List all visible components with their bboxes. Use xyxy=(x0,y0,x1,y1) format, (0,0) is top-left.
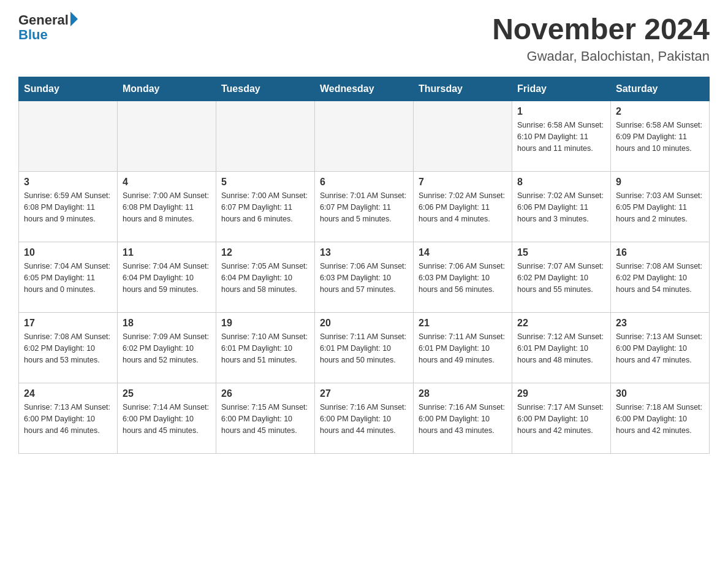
day-info: Sunrise: 7:11 AM Sunset: 6:01 PM Dayligh… xyxy=(320,331,408,366)
day-number: 26 xyxy=(221,388,309,399)
day-info: Sunrise: 6:59 AM Sunset: 6:08 PM Dayligh… xyxy=(24,190,112,224)
calendar-week-3: 10Sunrise: 7:04 AM Sunset: 6:05 PM Dayli… xyxy=(19,242,710,313)
calendar-cell: 15Sunrise: 7:07 AM Sunset: 6:02 PM Dayli… xyxy=(512,242,611,313)
calendar-cell: 25Sunrise: 7:14 AM Sunset: 6:00 PM Dayli… xyxy=(118,383,216,454)
day-info: Sunrise: 7:11 AM Sunset: 6:01 PM Dayligh… xyxy=(419,331,507,366)
day-number: 17 xyxy=(24,318,112,329)
calendar-subtitle: Gwadar, Balochistan, Pakistan xyxy=(492,48,710,64)
day-number: 27 xyxy=(320,388,408,399)
day-info: Sunrise: 7:17 AM Sunset: 6:00 PM Dayligh… xyxy=(517,402,605,436)
calendar-cell: 12Sunrise: 7:05 AM Sunset: 6:04 PM Dayli… xyxy=(216,242,315,313)
day-number: 11 xyxy=(123,247,211,258)
logo-general-text: General xyxy=(18,12,69,28)
day-info: Sunrise: 7:08 AM Sunset: 6:02 PM Dayligh… xyxy=(616,261,704,295)
day-number: 23 xyxy=(616,318,704,329)
calendar-week-5: 24Sunrise: 7:13 AM Sunset: 6:00 PM Dayli… xyxy=(19,383,710,454)
calendar-cell: 5Sunrise: 7:00 AM Sunset: 6:07 PM Daylig… xyxy=(216,172,315,242)
day-info: Sunrise: 6:58 AM Sunset: 6:10 PM Dayligh… xyxy=(517,120,605,154)
day-info: Sunrise: 7:09 AM Sunset: 6:02 PM Dayligh… xyxy=(123,331,211,366)
day-info: Sunrise: 7:03 AM Sunset: 6:05 PM Dayligh… xyxy=(616,190,704,224)
day-number: 12 xyxy=(221,247,309,258)
calendar-cell: 8Sunrise: 7:02 AM Sunset: 6:06 PM Daylig… xyxy=(512,172,611,242)
day-number: 22 xyxy=(517,318,605,329)
day-number: 25 xyxy=(123,388,211,399)
calendar-cell: 23Sunrise: 7:13 AM Sunset: 6:00 PM Dayli… xyxy=(611,313,710,383)
day-header-sunday: Sunday xyxy=(19,77,118,101)
day-info: Sunrise: 7:08 AM Sunset: 6:02 PM Dayligh… xyxy=(24,331,112,366)
calendar-cell: 18Sunrise: 7:09 AM Sunset: 6:02 PM Dayli… xyxy=(118,313,216,383)
day-info: Sunrise: 7:02 AM Sunset: 6:06 PM Dayligh… xyxy=(517,190,605,224)
calendar-table: SundayMondayTuesdayWednesdayThursdayFrid… xyxy=(18,77,710,454)
calendar-cell: 4Sunrise: 7:00 AM Sunset: 6:08 PM Daylig… xyxy=(118,172,216,242)
day-number: 4 xyxy=(123,177,211,188)
day-info: Sunrise: 7:05 AM Sunset: 6:04 PM Dayligh… xyxy=(221,261,309,295)
calendar-cell xyxy=(414,101,512,172)
day-number: 13 xyxy=(320,247,408,258)
calendar-cell: 9Sunrise: 7:03 AM Sunset: 6:05 PM Daylig… xyxy=(611,172,710,242)
day-number: 21 xyxy=(419,318,507,329)
calendar-cell: 21Sunrise: 7:11 AM Sunset: 6:01 PM Dayli… xyxy=(414,313,512,383)
day-info: Sunrise: 7:07 AM Sunset: 6:02 PM Dayligh… xyxy=(517,261,605,295)
calendar-cell: 17Sunrise: 7:08 AM Sunset: 6:02 PM Dayli… xyxy=(19,313,118,383)
day-number: 28 xyxy=(419,388,507,399)
calendar-cell xyxy=(118,101,216,172)
day-info: Sunrise: 7:06 AM Sunset: 6:03 PM Dayligh… xyxy=(419,261,507,295)
day-info: Sunrise: 7:14 AM Sunset: 6:00 PM Dayligh… xyxy=(123,402,211,436)
calendar-cell xyxy=(315,101,414,172)
day-number: 3 xyxy=(24,177,112,188)
day-info: Sunrise: 7:10 AM Sunset: 6:01 PM Dayligh… xyxy=(221,331,309,366)
day-info: Sunrise: 7:16 AM Sunset: 6:00 PM Dayligh… xyxy=(320,402,408,436)
day-info: Sunrise: 7:01 AM Sunset: 6:07 PM Dayligh… xyxy=(320,190,408,224)
day-info: Sunrise: 7:04 AM Sunset: 6:04 PM Dayligh… xyxy=(123,261,211,295)
day-number: 20 xyxy=(320,318,408,329)
day-header-wednesday: Wednesday xyxy=(315,77,414,101)
day-info: Sunrise: 7:16 AM Sunset: 6:00 PM Dayligh… xyxy=(419,402,507,436)
calendar-cell: 27Sunrise: 7:16 AM Sunset: 6:00 PM Dayli… xyxy=(315,383,414,454)
calendar-title: November 2024 xyxy=(492,12,710,46)
day-header-tuesday: Tuesday xyxy=(216,77,315,101)
day-number: 16 xyxy=(616,247,704,258)
day-info: Sunrise: 7:15 AM Sunset: 6:00 PM Dayligh… xyxy=(221,402,309,436)
day-header-thursday: Thursday xyxy=(414,77,512,101)
calendar-cell: 14Sunrise: 7:06 AM Sunset: 6:03 PM Dayli… xyxy=(414,242,512,313)
day-info: Sunrise: 7:13 AM Sunset: 6:00 PM Dayligh… xyxy=(616,331,704,366)
day-number: 14 xyxy=(419,247,507,258)
calendar-cell: 19Sunrise: 7:10 AM Sunset: 6:01 PM Dayli… xyxy=(216,313,315,383)
day-number: 2 xyxy=(616,106,704,117)
calendar-cell: 2Sunrise: 6:58 AM Sunset: 6:09 PM Daylig… xyxy=(611,101,710,172)
day-header-monday: Monday xyxy=(118,77,216,101)
calendar-cell: 30Sunrise: 7:18 AM Sunset: 6:00 PM Dayli… xyxy=(611,383,710,454)
day-info: Sunrise: 6:58 AM Sunset: 6:09 PM Dayligh… xyxy=(616,120,704,154)
logo: General Blue xyxy=(18,12,78,43)
day-header-friday: Friday xyxy=(512,77,611,101)
logo-arrow-icon xyxy=(70,12,78,26)
day-number: 15 xyxy=(517,247,605,258)
calendar-cell xyxy=(216,101,315,172)
calendar-cell: 3Sunrise: 6:59 AM Sunset: 6:08 PM Daylig… xyxy=(19,172,118,242)
calendar-cell: 22Sunrise: 7:12 AM Sunset: 6:01 PM Dayli… xyxy=(512,313,611,383)
calendar-cell: 16Sunrise: 7:08 AM Sunset: 6:02 PM Dayli… xyxy=(611,242,710,313)
day-info: Sunrise: 7:04 AM Sunset: 6:05 PM Dayligh… xyxy=(24,261,112,295)
day-info: Sunrise: 7:02 AM Sunset: 6:06 PM Dayligh… xyxy=(419,190,507,224)
calendar-week-4: 17Sunrise: 7:08 AM Sunset: 6:02 PM Dayli… xyxy=(19,313,710,383)
calendar-cell: 20Sunrise: 7:11 AM Sunset: 6:01 PM Dayli… xyxy=(315,313,414,383)
day-info: Sunrise: 7:00 AM Sunset: 6:08 PM Dayligh… xyxy=(123,190,211,224)
logo-blue-text: Blue xyxy=(18,27,48,43)
calendar-cell: 24Sunrise: 7:13 AM Sunset: 6:00 PM Dayli… xyxy=(19,383,118,454)
calendar-cell: 28Sunrise: 7:16 AM Sunset: 6:00 PM Dayli… xyxy=(414,383,512,454)
calendar-week-1: 1Sunrise: 6:58 AM Sunset: 6:10 PM Daylig… xyxy=(19,101,710,172)
calendar-header-row: SundayMondayTuesdayWednesdayThursdayFrid… xyxy=(19,77,710,101)
calendar-cell: 6Sunrise: 7:01 AM Sunset: 6:07 PM Daylig… xyxy=(315,172,414,242)
day-number: 24 xyxy=(24,388,112,399)
day-info: Sunrise: 7:00 AM Sunset: 6:07 PM Dayligh… xyxy=(221,190,309,224)
calendar-cell: 13Sunrise: 7:06 AM Sunset: 6:03 PM Dayli… xyxy=(315,242,414,313)
day-info: Sunrise: 7:18 AM Sunset: 6:00 PM Dayligh… xyxy=(616,402,704,436)
page-header: General Blue November 2024 Gwadar, Baloc… xyxy=(18,12,710,64)
day-number: 7 xyxy=(419,177,507,188)
day-number: 18 xyxy=(123,318,211,329)
day-number: 19 xyxy=(221,318,309,329)
day-info: Sunrise: 7:06 AM Sunset: 6:03 PM Dayligh… xyxy=(320,261,408,295)
day-number: 8 xyxy=(517,177,605,188)
day-number: 10 xyxy=(24,247,112,258)
day-info: Sunrise: 7:13 AM Sunset: 6:00 PM Dayligh… xyxy=(24,402,112,436)
